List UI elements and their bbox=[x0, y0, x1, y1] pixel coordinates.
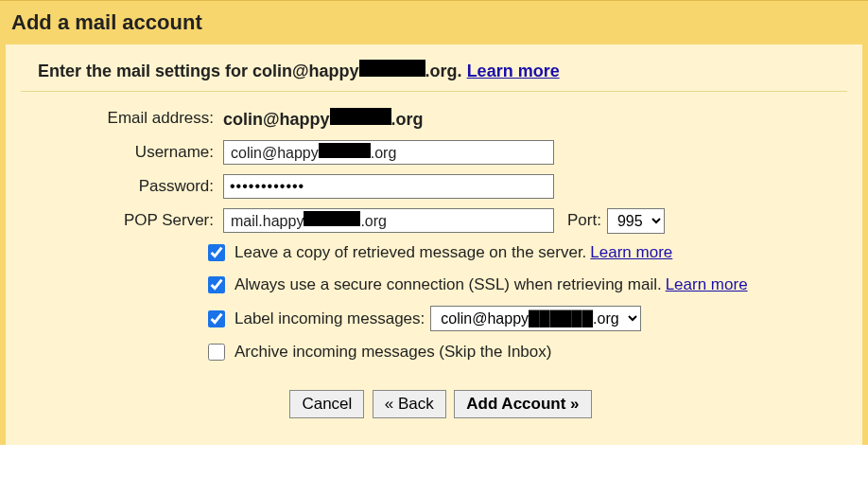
subtitle-prefix: Enter the mail settings for bbox=[38, 62, 252, 80]
ssl-row: Always use a secure connection (SSL) whe… bbox=[204, 274, 847, 296]
label-messages-label: Label incoming messages: bbox=[234, 309, 425, 328]
pop-server-label: POP Server: bbox=[34, 211, 223, 230]
separator bbox=[21, 91, 847, 92]
label-messages-select[interactable]: colin@happy██████.org bbox=[430, 306, 641, 331]
ssl-label: Always use a secure connection (SSL) whe… bbox=[234, 275, 662, 294]
add-account-button[interactable]: Add Account » bbox=[454, 390, 591, 418]
redacted-text bbox=[330, 108, 391, 125]
settings-form: Email address: colin@happy.org Username:… bbox=[21, 105, 847, 418]
dialog-title: Add a mail account bbox=[0, 1, 868, 44]
archive-label: Archive incoming messages (Skip the Inbo… bbox=[234, 343, 551, 362]
email-label: Email address: bbox=[34, 109, 223, 128]
button-bar: Cancel « Back Add Account » bbox=[34, 390, 847, 418]
username-label: Username: bbox=[34, 143, 223, 162]
label-messages-checkbox[interactable] bbox=[208, 310, 225, 327]
leave-copy-checkbox[interactable] bbox=[208, 244, 225, 261]
password-label: Password: bbox=[34, 177, 223, 196]
port-select[interactable]: 995 bbox=[607, 208, 665, 234]
cancel-button[interactable]: Cancel bbox=[289, 390, 364, 418]
leave-copy-label: Leave a copy of retrieved message on the… bbox=[234, 243, 586, 262]
learn-more-link[interactable]: Learn more bbox=[467, 62, 560, 80]
leave-copy-row: Leave a copy of retrieved message on the… bbox=[204, 241, 847, 264]
email-value: colin@happy.org bbox=[223, 108, 424, 130]
port-label: Port: bbox=[567, 211, 601, 230]
ssl-checkbox[interactable] bbox=[208, 276, 225, 293]
dialog-panel: Enter the mail settings for colin@happy.… bbox=[6, 44, 862, 445]
password-input[interactable] bbox=[223, 174, 554, 199]
archive-checkbox[interactable] bbox=[208, 344, 225, 361]
subtitle-email: colin@happy.org bbox=[252, 60, 458, 81]
subtitle: Enter the mail settings for colin@happy.… bbox=[21, 54, 847, 91]
username-input[interactable] bbox=[223, 140, 554, 165]
archive-row: Archive incoming messages (Skip the Inbo… bbox=[204, 341, 847, 363]
add-mail-account-dialog: Add a mail account Enter the mail settin… bbox=[0, 0, 868, 445]
redacted-text bbox=[359, 60, 425, 77]
pop-server-input[interactable] bbox=[223, 208, 554, 233]
ssl-learn-more-link[interactable]: Learn more bbox=[666, 275, 748, 294]
back-button[interactable]: « Back bbox=[373, 390, 446, 418]
label-messages-row: Label incoming messages: colin@happy████… bbox=[204, 306, 847, 331]
leave-copy-learn-more-link[interactable]: Learn more bbox=[590, 243, 672, 262]
